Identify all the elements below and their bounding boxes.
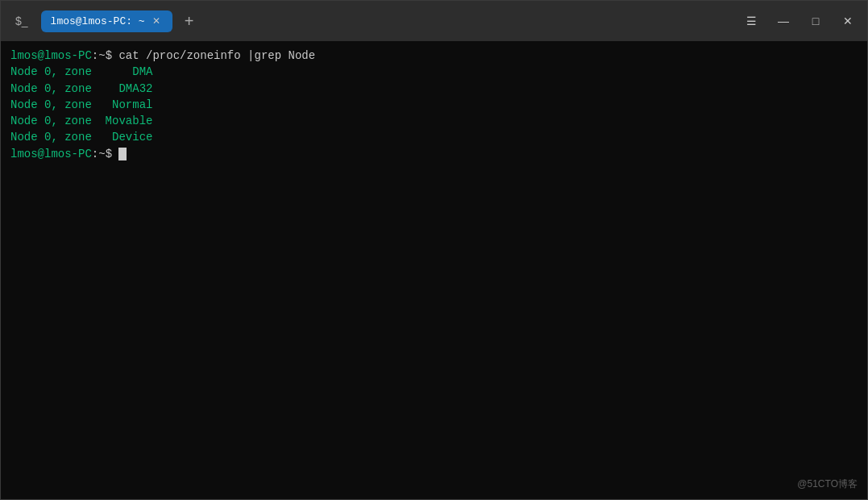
active-tab-label: lmos@lmos-PC: ~ — [51, 15, 145, 27]
titlebar: $_ lmos@lmos-PC: ~ ✕ + ☰ — □ ✕ — [1, 1, 867, 41]
terminal-window: $_ lmos@lmos-PC: ~ ✕ + ☰ — □ ✕ lmos@lmos… — [0, 0, 868, 500]
window-controls: ☰ — □ ✕ — [738, 8, 861, 34]
prompt-user-2: lmos@lmos-PC — [10, 148, 92, 160]
default-tab[interactable]: $_ — [7, 10, 36, 32]
output-line-4: Node 0, zone Movable — [10, 115, 152, 127]
minimize-button[interactable]: — — [770, 8, 796, 34]
watermark: @51CTO博客 — [797, 477, 858, 491]
command-line: cat /proc/zoneinfo |grep Node — [112, 49, 315, 62]
close-tab-button[interactable]: ✕ — [150, 15, 163, 27]
add-tab-button[interactable]: + — [177, 9, 201, 33]
prompt-symbol-2: :~$ — [92, 148, 112, 160]
titlebar-left: $_ lmos@lmos-PC: ~ ✕ + — [7, 9, 733, 33]
terminal-output: lmos@lmos-PC:~$ cat /proc/zoneinfo |grep… — [10, 48, 858, 162]
terminal-cursor — [118, 148, 127, 160]
default-tab-icon: $_ — [15, 15, 28, 27]
output-line-2: Node 0, zone DMA32 — [10, 82, 152, 95]
terminal-area[interactable]: lmos@lmos-PC:~$ cat /proc/zoneinfo |grep… — [1, 41, 867, 499]
output-line-3: Node 0, zone Normal — [10, 98, 152, 111]
menu-button[interactable]: ☰ — [738, 8, 764, 34]
output-line-5: Node 0, zone Device — [10, 131, 152, 144]
close-button[interactable]: ✕ — [835, 8, 861, 34]
prompt-user-1: lmos@lmos-PC — [10, 49, 92, 62]
output-line-1: Node 0, zone DMA — [10, 65, 152, 78]
active-tab[interactable]: lmos@lmos-PC: ~ ✕ — [41, 10, 172, 32]
prompt-symbol-1: :~$ — [92, 49, 112, 62]
maximize-button[interactable]: □ — [803, 8, 829, 34]
